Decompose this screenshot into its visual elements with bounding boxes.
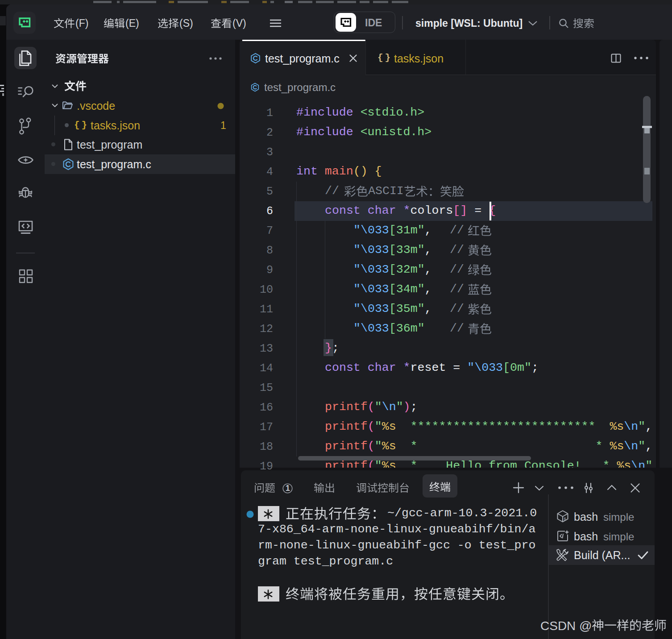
svg-text:$: $	[564, 517, 566, 522]
